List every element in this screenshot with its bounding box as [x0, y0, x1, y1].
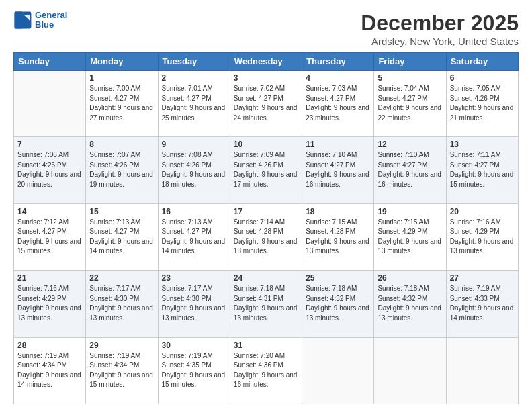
- calendar-title: December 2025: [361, 11, 519, 36]
- day-info: Sunrise: 7:01 AMSunset: 4:27 PMDaylight:…: [162, 84, 226, 123]
- day-number: 21: [17, 273, 82, 283]
- header: General Blue December 2025 Ardsley, New …: [13, 11, 519, 47]
- calendar-cell: 25Sunrise: 7:18 AMSunset: 4:32 PMDayligh…: [302, 271, 374, 337]
- day-info: Sunrise: 7:10 AMSunset: 4:27 PMDaylight:…: [306, 150, 370, 189]
- day-number: 7: [17, 140, 82, 149]
- day-number: 5: [378, 73, 442, 83]
- day-number: 20: [450, 207, 515, 216]
- day-number: 24: [234, 273, 298, 283]
- day-number: 8: [89, 140, 154, 149]
- day-number: 26: [378, 273, 442, 283]
- page: General Blue December 2025 Ardsley, New …: [0, 0, 532, 411]
- calendar-cell: 7Sunrise: 7:06 AMSunset: 4:26 PMDaylight…: [14, 137, 86, 203]
- day-info: Sunrise: 7:16 AMSunset: 4:29 PMDaylight:…: [450, 218, 515, 257]
- calendar-cell: 24Sunrise: 7:18 AMSunset: 4:31 PMDayligh…: [230, 271, 302, 337]
- day-info: Sunrise: 7:20 AMSunset: 4:36 PMDaylight:…: [234, 351, 298, 390]
- calendar-cell: 26Sunrise: 7:18 AMSunset: 4:32 PMDayligh…: [374, 271, 446, 337]
- calendar-cell: 2Sunrise: 7:01 AMSunset: 4:27 PMDaylight…: [158, 71, 230, 137]
- week-row-2: 7Sunrise: 7:06 AMSunset: 4:26 PMDaylight…: [14, 137, 519, 203]
- week-row-1: 1Sunrise: 7:00 AMSunset: 4:27 PMDaylight…: [14, 71, 519, 137]
- calendar-cell: 16Sunrise: 7:13 AMSunset: 4:27 PMDayligh…: [158, 203, 230, 270]
- calendar-subtitle: Ardsley, New York, United States: [361, 36, 519, 47]
- week-row-3: 14Sunrise: 7:12 AMSunset: 4:27 PMDayligh…: [14, 203, 519, 270]
- day-info: Sunrise: 7:08 AMSunset: 4:26 PMDaylight:…: [162, 150, 226, 189]
- day-info: Sunrise: 7:17 AMSunset: 4:30 PMDaylight:…: [162, 284, 226, 323]
- day-header-thursday: Thursday: [302, 53, 374, 71]
- day-number: 9: [162, 140, 226, 149]
- day-number: 3: [234, 73, 298, 83]
- day-info: Sunrise: 7:16 AMSunset: 4:29 PMDaylight:…: [17, 284, 82, 323]
- day-info: Sunrise: 7:05 AMSunset: 4:26 PMDaylight:…: [450, 84, 515, 123]
- calendar-cell: 18Sunrise: 7:15 AMSunset: 4:28 PMDayligh…: [302, 203, 374, 270]
- calendar-cell: 1Sunrise: 7:00 AMSunset: 4:27 PMDaylight…: [86, 71, 158, 137]
- day-info: Sunrise: 7:10 AMSunset: 4:27 PMDaylight:…: [378, 150, 442, 189]
- calendar-header-row: SundayMondayTuesdayWednesdayThursdayFrid…: [14, 53, 519, 71]
- calendar-cell: 21Sunrise: 7:16 AMSunset: 4:29 PMDayligh…: [14, 271, 86, 337]
- logo-text: General Blue: [35, 11, 67, 30]
- day-info: Sunrise: 7:14 AMSunset: 4:28 PMDaylight:…: [234, 218, 298, 257]
- calendar-cell: [14, 71, 86, 137]
- day-number: 6: [450, 73, 515, 83]
- calendar-cell: 19Sunrise: 7:15 AMSunset: 4:29 PMDayligh…: [374, 203, 446, 270]
- calendar-cell: 5Sunrise: 7:04 AMSunset: 4:27 PMDaylight…: [374, 71, 446, 137]
- day-info: Sunrise: 7:04 AMSunset: 4:27 PMDaylight:…: [378, 84, 442, 123]
- day-number: 2: [162, 73, 226, 83]
- calendar-table: SundayMondayTuesdayWednesdayThursdayFrid…: [13, 52, 519, 404]
- day-info: Sunrise: 7:15 AMSunset: 4:29 PMDaylight:…: [378, 218, 442, 257]
- day-info: Sunrise: 7:13 AMSunset: 4:27 PMDaylight:…: [162, 218, 226, 257]
- day-info: Sunrise: 7:02 AMSunset: 4:27 PMDaylight:…: [234, 84, 298, 123]
- calendar-cell: 11Sunrise: 7:10 AMSunset: 4:27 PMDayligh…: [302, 137, 374, 203]
- calendar-cell: 4Sunrise: 7:03 AMSunset: 4:27 PMDaylight…: [302, 71, 374, 137]
- day-info: Sunrise: 7:18 AMSunset: 4:32 PMDaylight:…: [306, 284, 370, 323]
- day-info: Sunrise: 7:15 AMSunset: 4:28 PMDaylight:…: [306, 218, 370, 257]
- day-info: Sunrise: 7:19 AMSunset: 4:34 PMDaylight:…: [17, 351, 82, 390]
- logo-line2: Blue: [35, 20, 67, 30]
- calendar-cell: 31Sunrise: 7:20 AMSunset: 4:36 PMDayligh…: [230, 337, 302, 404]
- day-number: 19: [378, 207, 442, 216]
- day-info: Sunrise: 7:17 AMSunset: 4:30 PMDaylight:…: [89, 284, 154, 323]
- day-number: 25: [306, 273, 370, 283]
- calendar-cell: 12Sunrise: 7:10 AMSunset: 4:27 PMDayligh…: [374, 137, 446, 203]
- calendar-cell: 3Sunrise: 7:02 AMSunset: 4:27 PMDaylight…: [230, 71, 302, 137]
- day-number: 11: [306, 140, 370, 149]
- day-info: Sunrise: 7:07 AMSunset: 4:26 PMDaylight:…: [89, 150, 154, 189]
- calendar-cell: 10Sunrise: 7:09 AMSunset: 4:26 PMDayligh…: [230, 137, 302, 203]
- day-header-tuesday: Tuesday: [158, 53, 230, 71]
- day-info: Sunrise: 7:11 AMSunset: 4:27 PMDaylight:…: [450, 150, 515, 189]
- calendar-cell: 29Sunrise: 7:19 AMSunset: 4:34 PMDayligh…: [86, 337, 158, 404]
- day-number: 1: [89, 73, 154, 83]
- day-info: Sunrise: 7:09 AMSunset: 4:26 PMDaylight:…: [234, 150, 298, 189]
- calendar-cell: 13Sunrise: 7:11 AMSunset: 4:27 PMDayligh…: [446, 137, 518, 203]
- calendar-cell: 27Sunrise: 7:19 AMSunset: 4:33 PMDayligh…: [446, 271, 518, 337]
- day-info: Sunrise: 7:19 AMSunset: 4:33 PMDaylight:…: [450, 284, 515, 323]
- calendar-cell: 6Sunrise: 7:05 AMSunset: 4:26 PMDaylight…: [446, 71, 518, 137]
- day-info: Sunrise: 7:06 AMSunset: 4:26 PMDaylight:…: [17, 150, 82, 189]
- calendar-cell: [446, 337, 518, 404]
- day-header-wednesday: Wednesday: [230, 53, 302, 71]
- day-info: Sunrise: 7:00 AMSunset: 4:27 PMDaylight:…: [89, 84, 154, 123]
- calendar-cell: 14Sunrise: 7:12 AMSunset: 4:27 PMDayligh…: [14, 203, 86, 270]
- calendar-cell: 30Sunrise: 7:19 AMSunset: 4:35 PMDayligh…: [158, 337, 230, 404]
- day-number: 15: [89, 207, 154, 216]
- day-number: 17: [234, 207, 298, 216]
- day-number: 16: [162, 207, 226, 216]
- day-number: 10: [234, 140, 298, 149]
- day-info: Sunrise: 7:19 AMSunset: 4:35 PMDaylight:…: [162, 351, 226, 390]
- logo: General Blue: [13, 11, 67, 30]
- calendar-cell: 17Sunrise: 7:14 AMSunset: 4:28 PMDayligh…: [230, 203, 302, 270]
- day-info: Sunrise: 7:18 AMSunset: 4:31 PMDaylight:…: [234, 284, 298, 323]
- day-info: Sunrise: 7:12 AMSunset: 4:27 PMDaylight:…: [17, 218, 82, 257]
- day-number: 13: [450, 140, 515, 149]
- day-number: 4: [306, 73, 370, 83]
- calendar-cell: 9Sunrise: 7:08 AMSunset: 4:26 PMDaylight…: [158, 137, 230, 203]
- calendar-cell: 15Sunrise: 7:13 AMSunset: 4:27 PMDayligh…: [86, 203, 158, 270]
- calendar-cell: 22Sunrise: 7:17 AMSunset: 4:30 PMDayligh…: [86, 271, 158, 337]
- day-number: 23: [162, 273, 226, 283]
- day-header-saturday: Saturday: [446, 53, 518, 71]
- day-info: Sunrise: 7:19 AMSunset: 4:34 PMDaylight:…: [89, 351, 154, 390]
- week-row-5: 28Sunrise: 7:19 AMSunset: 4:34 PMDayligh…: [14, 337, 519, 404]
- day-header-sunday: Sunday: [14, 53, 86, 71]
- day-header-monday: Monday: [86, 53, 158, 71]
- title-block: December 2025 Ardsley, New York, United …: [361, 11, 519, 47]
- day-info: Sunrise: 7:13 AMSunset: 4:27 PMDaylight:…: [89, 218, 154, 257]
